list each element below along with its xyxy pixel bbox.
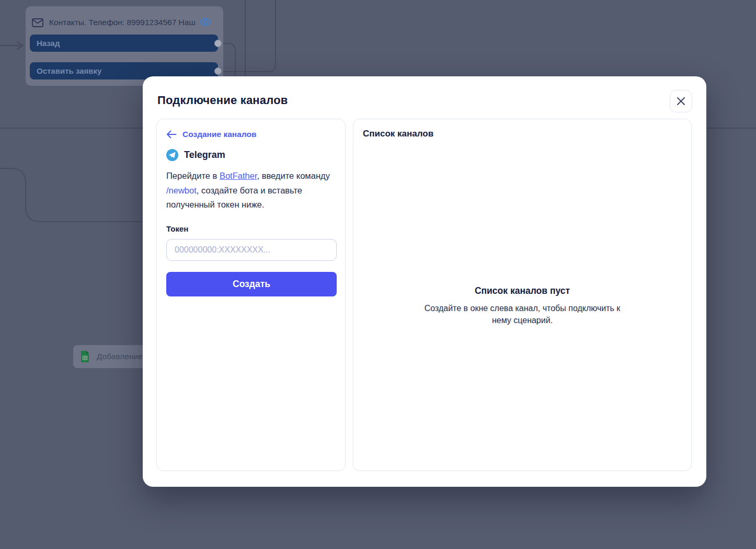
- preview-eye-icon[interactable]: [199, 17, 212, 29]
- instruction-text: Перейдите в BotFather, введите команду /…: [166, 169, 338, 212]
- instruction-part: Перейдите в: [166, 171, 220, 180]
- create-channel-button[interactable]: Создать: [166, 272, 337, 296]
- telegram-icon: [166, 149, 178, 161]
- node-button-back[interactable]: Назад: [30, 35, 218, 52]
- close-icon: [677, 97, 685, 106]
- sheet-node-label: Добавление с: [97, 352, 149, 361]
- channels-list-title: Список каналов: [363, 129, 682, 139]
- arrow-left-icon: [166, 130, 177, 139]
- message-node-title: Контакты. Телефон: 89991234567 Наш адре…: [49, 18, 198, 27]
- spreadsheet-icon: [80, 350, 90, 363]
- message-node-header: Контакты. Телефон: 89991234567 Наш адре…: [32, 15, 217, 30]
- node-port-back[interactable]: [214, 40, 222, 47]
- envelope-icon: [32, 18, 43, 27]
- close-button[interactable]: [670, 90, 692, 112]
- back-link-label: Создание каналов: [182, 130, 256, 139]
- token-field-label: Токен: [166, 224, 336, 233]
- channel-name: Telegram: [184, 150, 225, 161]
- modal-title: Подключение каналов: [157, 94, 288, 107]
- empty-state-title: Список каналов пуст: [353, 285, 691, 296]
- empty-state-description: Создайте в окне слева канал, чтобы подкл…: [418, 302, 627, 326]
- channels-modal: Подключение каналов Создание каналов Tel…: [143, 76, 706, 487]
- instruction-part: , введите команду: [257, 171, 329, 180]
- channel-type-row: Telegram: [166, 148, 336, 161]
- back-link[interactable]: Создание каналов: [166, 129, 336, 140]
- flow-node-message[interactable]: Контакты. Телефон: 89991234567 Наш адре……: [26, 6, 223, 86]
- token-input[interactable]: [166, 239, 337, 261]
- node-port-request[interactable]: [214, 67, 222, 75]
- create-channel-panel: Создание каналов Telegram Перейдите в Bo…: [156, 119, 346, 471]
- botfather-link[interactable]: BotFather: [220, 171, 257, 180]
- channels-empty-state: Список каналов пуст Создайте в окне слев…: [353, 285, 691, 326]
- channels-list-panel: Список каналов Список каналов пуст Созда…: [353, 119, 692, 471]
- newbot-command: /newbot: [166, 186, 197, 195]
